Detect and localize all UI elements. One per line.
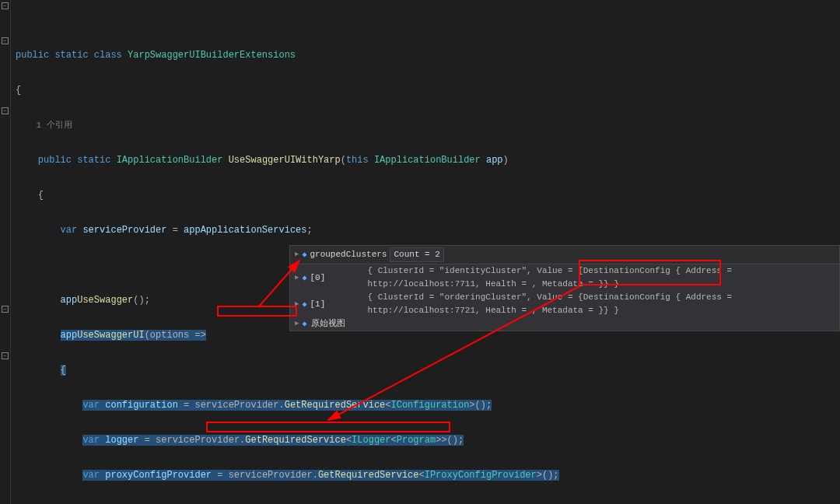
fold-toggle[interactable]: − [2,2,9,9]
punct: ( [341,155,346,166]
datatip-row[interactable]: ▶ ◆ 原始视图 [290,317,839,331]
fold-toggle[interactable]: − [2,352,9,359]
expand-icon[interactable]: ▶ [295,317,299,331]
ident: app [61,330,78,341]
punct: >(); [469,400,492,411]
type-name: IApplicationBuilder [374,155,486,166]
param: app [486,155,503,166]
keyword: var [61,225,83,236]
lambda: => [194,330,205,341]
punct: < [391,435,397,446]
reference-count[interactable]: 1 个引用 [14,120,840,131]
datatip-row[interactable]: ▶ ◆ [1] { ClusterId = "orderingCluster",… [290,291,839,317]
fold-toggle[interactable]: − [2,37,9,44]
keyword: this [346,155,374,166]
fold-toggle[interactable]: − [2,306,9,313]
expand-icon[interactable]: ▶ [295,271,299,285]
keyword: var [82,435,105,446]
datatip-key: [1] [310,298,348,311]
punct: = [173,225,184,236]
ident: serviceProvider [82,225,172,236]
datatip-value: { ClusterId = "identityCluster", Value =… [352,264,835,291]
datatip-count: Count = 2 [390,247,443,262]
fold-toggle[interactable]: − [2,107,9,114]
ident: app [184,225,201,236]
keyword: public static [38,155,117,166]
type-name: Program [397,435,436,446]
type-name: IApplicationBuilder [117,155,229,166]
ident: logger [105,435,144,446]
object-icon: ◆ [302,317,306,331]
raw-view-label: 原始视图 [310,317,345,331]
object-icon: ◆ [302,298,306,311]
ident: configuration [105,400,184,411]
punct: < [419,470,425,481]
method-name: GetRequiredService [245,435,346,446]
expand-icon[interactable]: ▶ [295,248,299,261]
keyword: public static class [16,50,128,61]
datatip-title: groupedClusters [310,248,387,261]
punct: (); [133,295,150,306]
ident: app [61,295,78,306]
datatip-value: { ClusterId = "orderingCluster", Value =… [352,291,835,317]
type-name: IConfiguration [391,400,470,411]
punct: >>(); [436,435,464,446]
type-name: YarpSwaggerUIBuilderExtensions [128,50,296,61]
keyword: var [82,470,105,481]
punct: = serviceProvider. [184,400,285,411]
punct: = serviceProvider. [217,470,318,481]
type-name: ILogger [352,435,390,446]
object-icon: ◆ [302,248,306,261]
datatip-key: [0] [310,271,348,285]
punct: >(); [537,470,559,481]
fold-gutter: − − − − − [0,0,11,504]
debug-datatip[interactable]: ▶ ◆ groupedClusters Count = 2 ▶ ◆ [0] { … [289,245,840,331]
object-icon: ◆ [302,271,306,285]
method-name: GetRequiredService [285,400,386,411]
ident: proxyConfigProvider [105,470,217,481]
brace: { [14,190,840,201]
method-name: UseSwagger [77,295,133,306]
type-name: IProxyConfigProvider [425,470,537,481]
expand-icon[interactable]: ▶ [295,298,299,311]
method-name: GetRequiredService [318,470,419,481]
keyword: var [82,400,105,411]
punct: (options [145,330,195,341]
punct: ) [503,155,509,166]
punct: ; [306,225,312,236]
brace: { [14,85,840,96]
punct: = serviceProvider. [145,435,246,446]
brace: { [61,365,66,376]
method-name: UseSwaggerUI [77,330,144,341]
datatip-row[interactable]: ▶ ◆ [0] { ClusterId = "identityCluster",… [290,264,839,291]
ident: ApplicationServices [201,225,307,236]
method-name: UseSwaggerUIWithYarp [229,155,341,166]
punct: < [385,400,390,411]
